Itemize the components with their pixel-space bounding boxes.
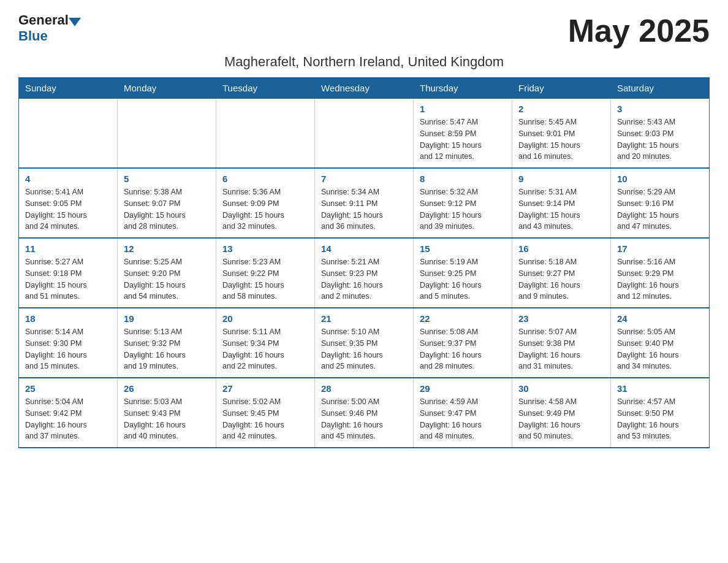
month-title: May 2025: [568, 12, 710, 49]
day-info: Sunrise: 5:18 AMSunset: 9:27 PMDaylight:…: [518, 256, 604, 302]
day-number: 3: [617, 104, 703, 114]
day-number: 30: [518, 383, 604, 394]
calendar-cell: 14Sunrise: 5:21 AMSunset: 9:23 PMDayligh…: [315, 238, 414, 308]
calendar-cell: 1Sunrise: 5:47 AMSunset: 8:59 PMDaylight…: [414, 99, 512, 169]
calendar-week-row: 25Sunrise: 5:04 AMSunset: 9:42 PMDayligh…: [19, 378, 710, 448]
day-info: Sunrise: 5:21 AMSunset: 9:23 PMDaylight:…: [321, 256, 407, 302]
header-wednesday: Wednesday: [315, 78, 414, 99]
calendar-cell: 12Sunrise: 5:25 AMSunset: 9:20 PMDayligh…: [118, 238, 216, 308]
day-info: Sunrise: 5:38 AMSunset: 9:07 PMDaylight:…: [124, 186, 210, 232]
day-info: Sunrise: 5:03 AMSunset: 9:43 PMDaylight:…: [124, 396, 210, 442]
day-info: Sunrise: 5:29 AMSunset: 9:16 PMDaylight:…: [617, 186, 703, 232]
location-subtitle: Magherafelt, Northern Ireland, United Ki…: [18, 54, 710, 70]
header-saturday: Saturday: [611, 78, 710, 99]
day-number: 17: [617, 243, 703, 254]
day-number: 6: [222, 174, 308, 184]
calendar-week-row: 1Sunrise: 5:47 AMSunset: 8:59 PMDaylight…: [19, 99, 710, 169]
calendar-cell: 25Sunrise: 5:04 AMSunset: 9:42 PMDayligh…: [19, 378, 118, 448]
calendar-cell: 2Sunrise: 5:45 AMSunset: 9:01 PMDaylight…: [512, 99, 611, 169]
day-number: 7: [321, 174, 407, 184]
calendar-cell: 26Sunrise: 5:03 AMSunset: 9:43 PMDayligh…: [118, 378, 216, 448]
day-info: Sunrise: 5:43 AMSunset: 9:03 PMDaylight:…: [617, 117, 703, 163]
day-info: Sunrise: 5:04 AMSunset: 9:42 PMDaylight:…: [25, 396, 111, 442]
calendar-cell: 6Sunrise: 5:36 AMSunset: 9:09 PMDaylight…: [216, 168, 315, 238]
logo-general: General: [18, 12, 69, 28]
day-number: 10: [617, 174, 703, 184]
day-info: Sunrise: 5:16 AMSunset: 9:29 PMDaylight:…: [617, 256, 703, 302]
day-info: Sunrise: 5:36 AMSunset: 9:09 PMDaylight:…: [222, 186, 308, 232]
day-info: Sunrise: 5:41 AMSunset: 9:05 PMDaylight:…: [25, 186, 111, 232]
calendar-cell: 31Sunrise: 4:57 AMSunset: 9:50 PMDayligh…: [611, 378, 710, 448]
day-info: Sunrise: 5:31 AMSunset: 9:14 PMDaylight:…: [518, 186, 604, 232]
day-info: Sunrise: 4:59 AMSunset: 9:47 PMDaylight:…: [420, 396, 506, 442]
day-number: 4: [25, 174, 111, 184]
logo-blue: Blue: [18, 28, 81, 44]
day-info: Sunrise: 5:25 AMSunset: 9:20 PMDaylight:…: [124, 256, 210, 302]
logo: General Blue: [18, 12, 81, 44]
day-number: 11: [25, 243, 111, 254]
calendar-cell: 18Sunrise: 5:14 AMSunset: 9:30 PMDayligh…: [19, 308, 118, 378]
calendar-week-row: 18Sunrise: 5:14 AMSunset: 9:30 PMDayligh…: [19, 308, 710, 378]
calendar-cell: 23Sunrise: 5:07 AMSunset: 9:38 PMDayligh…: [512, 308, 611, 378]
calendar-cell: 30Sunrise: 4:58 AMSunset: 9:49 PMDayligh…: [512, 378, 611, 448]
day-info: Sunrise: 5:47 AMSunset: 8:59 PMDaylight:…: [420, 117, 506, 163]
day-info: Sunrise: 5:13 AMSunset: 9:32 PMDaylight:…: [124, 326, 210, 372]
calendar-cell: [118, 99, 216, 169]
header-thursday: Thursday: [414, 78, 512, 99]
header-friday: Friday: [512, 78, 611, 99]
day-info: Sunrise: 4:58 AMSunset: 9:49 PMDaylight:…: [518, 396, 604, 442]
day-number: 1: [420, 104, 506, 114]
day-number: 28: [321, 383, 407, 394]
calendar-cell: 16Sunrise: 5:18 AMSunset: 9:27 PMDayligh…: [512, 238, 611, 308]
page-header: General Blue May 2025: [18, 12, 710, 49]
day-number: 16: [518, 243, 604, 254]
day-info: Sunrise: 5:00 AMSunset: 9:46 PMDaylight:…: [321, 396, 407, 442]
day-info: Sunrise: 5:34 AMSunset: 9:11 PMDaylight:…: [321, 186, 407, 232]
calendar-cell: 4Sunrise: 5:41 AMSunset: 9:05 PMDaylight…: [19, 168, 118, 238]
day-info: Sunrise: 5:14 AMSunset: 9:30 PMDaylight:…: [25, 326, 111, 372]
day-info: Sunrise: 5:27 AMSunset: 9:18 PMDaylight:…: [25, 256, 111, 302]
calendar-cell: 24Sunrise: 5:05 AMSunset: 9:40 PMDayligh…: [611, 308, 710, 378]
calendar-cell: [19, 99, 118, 169]
day-number: 18: [25, 313, 111, 324]
calendar-cell: [216, 99, 315, 169]
day-number: 15: [420, 243, 506, 254]
day-number: 9: [518, 174, 604, 184]
day-info: Sunrise: 5:19 AMSunset: 9:25 PMDaylight:…: [420, 256, 506, 302]
logo-arrow-icon: [69, 18, 81, 26]
day-number: 22: [420, 313, 506, 324]
day-number: 2: [518, 104, 604, 114]
header-monday: Monday: [118, 78, 216, 99]
day-info: Sunrise: 5:11 AMSunset: 9:34 PMDaylight:…: [222, 326, 308, 372]
calendar-cell: 11Sunrise: 5:27 AMSunset: 9:18 PMDayligh…: [19, 238, 118, 308]
calendar-cell: 8Sunrise: 5:32 AMSunset: 9:12 PMDaylight…: [414, 168, 512, 238]
calendar-cell: 28Sunrise: 5:00 AMSunset: 9:46 PMDayligh…: [315, 378, 414, 448]
calendar-week-row: 11Sunrise: 5:27 AMSunset: 9:18 PMDayligh…: [19, 238, 710, 308]
day-number: 13: [222, 243, 308, 254]
calendar-cell: 3Sunrise: 5:43 AMSunset: 9:03 PMDaylight…: [611, 99, 710, 169]
calendar-week-row: 4Sunrise: 5:41 AMSunset: 9:05 PMDaylight…: [19, 168, 710, 238]
day-number: 12: [124, 243, 210, 254]
day-number: 31: [617, 383, 703, 394]
calendar-cell: [315, 99, 414, 169]
calendar-cell: 22Sunrise: 5:08 AMSunset: 9:37 PMDayligh…: [414, 308, 512, 378]
calendar-cell: 5Sunrise: 5:38 AMSunset: 9:07 PMDaylight…: [118, 168, 216, 238]
day-number: 23: [518, 313, 604, 324]
weekday-header-row: Sunday Monday Tuesday Wednesday Thursday…: [19, 78, 710, 99]
calendar-table: Sunday Monday Tuesday Wednesday Thursday…: [18, 77, 710, 448]
calendar-cell: 10Sunrise: 5:29 AMSunset: 9:16 PMDayligh…: [611, 168, 710, 238]
day-number: 20: [222, 313, 308, 324]
day-info: Sunrise: 5:10 AMSunset: 9:35 PMDaylight:…: [321, 326, 407, 372]
day-number: 24: [617, 313, 703, 324]
day-info: Sunrise: 4:57 AMSunset: 9:50 PMDaylight:…: [617, 396, 703, 442]
calendar-header: Sunday Monday Tuesday Wednesday Thursday…: [19, 78, 710, 99]
day-info: Sunrise: 5:02 AMSunset: 9:45 PMDaylight:…: [222, 396, 308, 442]
day-number: 25: [25, 383, 111, 394]
calendar-cell: 21Sunrise: 5:10 AMSunset: 9:35 PMDayligh…: [315, 308, 414, 378]
calendar-cell: 20Sunrise: 5:11 AMSunset: 9:34 PMDayligh…: [216, 308, 315, 378]
calendar-cell: 19Sunrise: 5:13 AMSunset: 9:32 PMDayligh…: [118, 308, 216, 378]
calendar-cell: 29Sunrise: 4:59 AMSunset: 9:47 PMDayligh…: [414, 378, 512, 448]
calendar-cell: 15Sunrise: 5:19 AMSunset: 9:25 PMDayligh…: [414, 238, 512, 308]
day-number: 19: [124, 313, 210, 324]
day-number: 21: [321, 313, 407, 324]
